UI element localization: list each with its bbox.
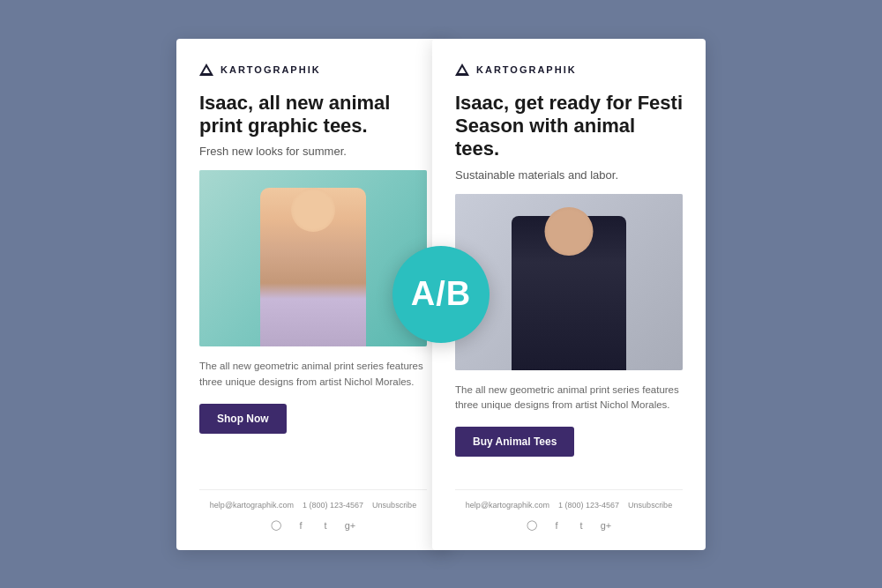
twitter-icon-b[interactable]: t <box>574 518 588 532</box>
footer-a: help@kartographik.com 1 (800) 123-4567 U… <box>199 489 427 532</box>
footer-social-a: ◯ f t g+ <box>199 518 427 532</box>
footer-b: help@kartographik.com 1 (800) 123-4567 U… <box>455 489 683 532</box>
logo-area-a: KARTOGRAPHIK <box>199 63 427 76</box>
instagram-icon-a[interactable]: ◯ <box>269 518 283 532</box>
headline-a: Isaac, all new animal print graphic tees… <box>199 92 427 138</box>
body-text-a: The all new geometric animal print serie… <box>199 359 427 390</box>
logo-icon-b <box>455 63 469 76</box>
headline-b: Isaac, get ready for Festi Season with a… <box>455 92 683 161</box>
footer-phone-b: 1 (800) 123-4567 <box>558 501 619 510</box>
twitter-icon-a[interactable]: t <box>318 518 333 532</box>
footer-links-b: help@kartographik.com 1 (800) 123-4567 U… <box>455 501 683 510</box>
page-container: KARTOGRAPHIK Isaac, all new animal print… <box>0 0 882 588</box>
facebook-icon-b[interactable]: f <box>549 518 564 532</box>
instagram-icon-b[interactable]: ◯ <box>525 518 539 532</box>
footer-email-a[interactable]: help@kartographik.com <box>210 501 294 510</box>
footer-email-b[interactable]: help@kartographik.com <box>466 501 549 510</box>
ab-badge: A/B <box>392 246 490 343</box>
brand-name-a: KARTOGRAPHIK <box>220 64 321 75</box>
footer-unsubscribe-b[interactable]: Unsubscribe <box>628 501 672 510</box>
hero-image-b <box>455 194 683 370</box>
brand-name-b: KARTOGRAPHIK <box>476 64 577 75</box>
subheadline-a: Fresh new looks for summer. <box>199 145 427 158</box>
facebook-icon-a[interactable]: f <box>294 518 308 532</box>
footer-links-a: help@kartographik.com 1 (800) 123-4567 U… <box>199 501 427 510</box>
hero-image-a <box>199 170 427 346</box>
footer-phone-a: 1 (800) 123-4567 <box>303 501 363 510</box>
footer-social-b: ◯ f t g+ <box>455 518 683 532</box>
gplus-icon-a[interactable]: g+ <box>343 518 357 532</box>
body-text-b: The all new geometric animal print serie… <box>455 383 683 413</box>
logo-area-b: KARTOGRAPHIK <box>455 63 683 76</box>
gplus-icon-b[interactable]: g+ <box>599 518 613 532</box>
cta-button-a[interactable]: Shop Now <box>199 404 287 434</box>
ab-label: A/B <box>411 275 471 313</box>
logo-icon-a <box>199 63 213 76</box>
cta-button-b[interactable]: Buy Animal Tees <box>455 427 574 457</box>
subheadline-b: Sustainable materials and labor. <box>455 168 683 182</box>
footer-unsubscribe-a[interactable]: Unsubscribe <box>372 501 416 510</box>
